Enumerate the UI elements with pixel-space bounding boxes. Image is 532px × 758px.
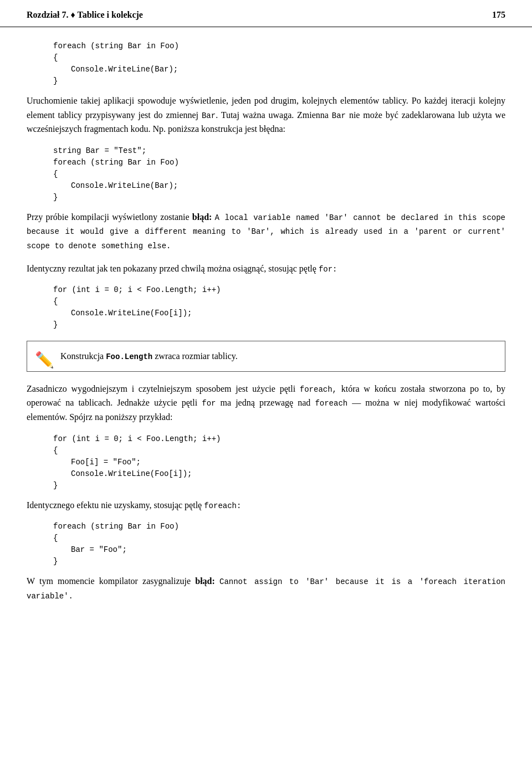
code-block-4: for (int i = 0; i < Foo.Length; i++) { F… (53, 433, 505, 491)
code-line: Console.WriteLine(Bar); (71, 180, 505, 192)
page-number: 175 (492, 10, 505, 20)
code-line: Bar = "Foo"; (71, 544, 505, 556)
code-line: } (53, 556, 505, 567)
code-line: } (53, 480, 505, 491)
prose-paragraph-3: Identyczny rezultat jak ten pokazany prz… (27, 262, 505, 276)
note-box: ✏️ Konstrukcja Foo.Length zwraca rozmiar… (27, 341, 505, 372)
code-line: { (53, 532, 505, 544)
code-line: Console.WriteLine(Bar); (71, 64, 505, 75)
code-line: { (53, 445, 505, 457)
code-block-2: string Bar = "Test"; foreach (string Bar… (53, 145, 505, 203)
error-message: A local variable named 'Bar' cannot be d… (27, 213, 505, 250)
code-line: foreach (string Bar in Foo) (53, 157, 505, 168)
page: Rozdział 7. ♦ Tablice i kolekcje 175 for… (0, 0, 532, 758)
note-text-end: zwraca rozmiar tablicy. (152, 351, 238, 361)
inline-code: Bar (332, 111, 346, 120)
pencil-icon: ✏️ (35, 348, 54, 373)
inline-code: Bar (202, 111, 216, 120)
code-line: for (int i = 0; i < Foo.Length; i++) (53, 284, 505, 296)
inline-code: foreach (315, 399, 347, 408)
code-block-1: foreach (string Bar in Foo) { Console.Wr… (53, 40, 505, 87)
code-line: } (53, 75, 505, 87)
code-block-3: for (int i = 0; i < Foo.Length; i++) { C… (53, 284, 505, 331)
code-line: { (53, 168, 505, 180)
error-message-2: Cannot assign to 'Bar' because it is a '… (27, 577, 505, 601)
bold-text: błąd: (195, 576, 215, 586)
prose-paragraph-1: Uruchomienie takiej aplikacji spowoduje … (27, 94, 505, 136)
prose-paragraph-4: Zasadniczo wygodniejszym i czytelniejszy… (27, 382, 505, 424)
inline-code: foreach, (300, 385, 337, 394)
code-line: Console.WriteLine(Foo[i]); (71, 468, 505, 480)
inline-code: for (202, 399, 216, 408)
prose-paragraph-2: Przy próbie kompilacji wyświetlony zosta… (27, 210, 505, 253)
code-line: for (int i = 0; i < Foo.Length; i++) (53, 433, 505, 445)
bold-text: błąd: (192, 212, 212, 222)
note-text-start: Konstrukcja (60, 351, 106, 361)
code-line: { (53, 52, 505, 64)
code-line: string Bar = "Test"; (53, 145, 505, 157)
code-line: foreach (string Bar in Foo) (53, 521, 505, 532)
page-content: foreach (string Bar in Foo) { Console.Wr… (0, 40, 532, 633)
code-line: Console.WriteLine(Foo[i]); (71, 308, 505, 319)
note-code: Foo.Length (106, 352, 152, 361)
code-line: { (53, 296, 505, 308)
prose-paragraph-5: Identycznego efektu nie uzyskamy, stosuj… (27, 498, 505, 513)
code-line: foreach (string Bar in Foo) (53, 40, 505, 52)
page-header: Rozdział 7. ♦ Tablice i kolekcje 175 (0, 0, 532, 27)
prose-paragraph-6: W tym momencie kompilator zasygnalizuje … (27, 574, 505, 602)
code-block-5: foreach (string Bar in Foo) { Bar = "Foo… (53, 521, 505, 567)
chapter-title: Rozdział 7. ♦ Tablice i kolekcje (27, 10, 143, 20)
code-line: } (53, 192, 505, 203)
inline-code: foreach: (204, 501, 241, 510)
code-line: } (53, 319, 505, 331)
code-line: Foo[i] = "Foo"; (71, 457, 505, 468)
inline-code: for: (319, 265, 337, 274)
